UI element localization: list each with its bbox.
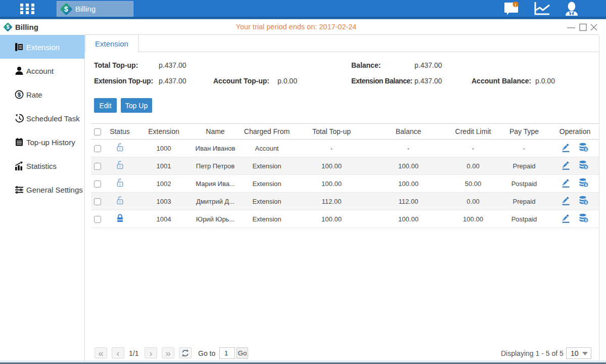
svg-text:!: !	[515, 3, 517, 8]
svg-text:$: $	[585, 147, 587, 152]
svg-text:$: $	[585, 183, 587, 187]
svg-text:$: $	[585, 165, 587, 169]
svg-text:$: $	[585, 218, 587, 222]
svg-text:$: $	[64, 5, 68, 13]
svg-text:$: $	[18, 92, 21, 98]
svg-text:$: $	[585, 200, 587, 205]
